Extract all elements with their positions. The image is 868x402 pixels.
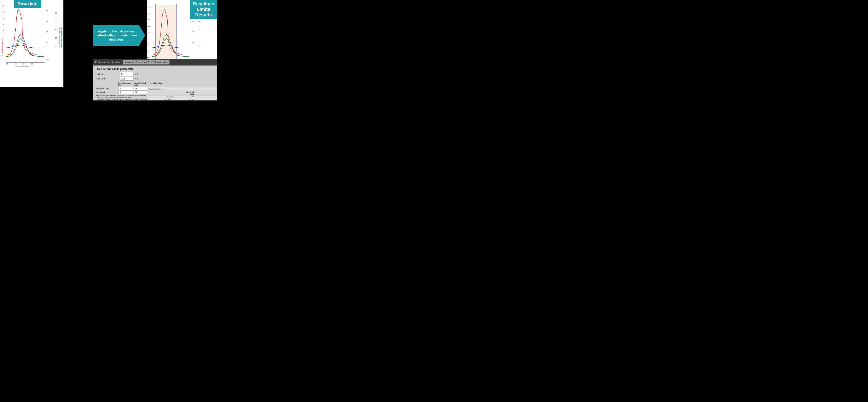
- peak-start-unit: mL: [135, 73, 140, 75]
- svg-text:60: 60: [55, 21, 57, 22]
- svg-text:240: 240: [46, 21, 48, 22]
- result-label: RV (mL): [148, 96, 175, 98]
- svg-text:20: 20: [23, 63, 25, 65]
- peak-end-label: Peak End:: [96, 78, 119, 80]
- svg-text:30: 30: [148, 19, 150, 21]
- baseline-start-input[interactable]: [119, 87, 133, 90]
- results-rows-container: RV (mL) 17.9 Mn (g/mol) 27,573 Mw (g/mol…: [148, 95, 217, 100]
- raw-data-badge: Raw data: [14, 0, 41, 8]
- peak-detection-value: Automatic Detection - Fixed BL and Limit…: [123, 60, 169, 64]
- svg-text:245: 245: [46, 10, 48, 12]
- svg-text:40: 40: [55, 29, 57, 30]
- peak-end-input[interactable]: [120, 77, 134, 81]
- svg-text:30: 30: [2, 18, 4, 19]
- row-label: Refractive Index: [96, 87, 118, 89]
- table-header: Baseline Start(mL) Baseline End(mL) Base…: [96, 82, 217, 86]
- left-chart: 50 40 30 20 10 0 -10 -20 -30 Refractive …: [0, 0, 63, 87]
- svg-text:Refractive Index (mV): Refractive Index (mV): [2, 39, 3, 53]
- svg-text:-225: -225: [46, 59, 49, 61]
- svg-text:80: 80: [55, 12, 57, 14]
- svg-text:50: 50: [148, 7, 150, 8]
- svg-text:130: 130: [192, 41, 194, 43]
- result-label: Mn (g/mol): [148, 98, 175, 100]
- baseline-end-input[interactable]: [134, 90, 148, 94]
- svg-text:20: 20: [148, 25, 150, 27]
- svg-text:24: 24: [31, 63, 33, 65]
- params-title: Fixed BL and Limits parameters: [96, 68, 217, 70]
- peak-detection-label: Peak detection algorithm: [95, 61, 120, 63]
- peak-end-unit: mL: [135, 78, 140, 80]
- col-baseline-style: Baseline Style: [150, 82, 170, 86]
- svg-text:20: 20: [199, 29, 201, 30]
- svg-text:0: 0: [55, 45, 56, 47]
- svg-text:40: 40: [2, 11, 4, 13]
- svg-text:-20: -20: [147, 50, 149, 52]
- svg-text:[1]: [1]: [175, 3, 177, 5]
- svg-text:Retention volume (mL): Retention volume (mL): [16, 66, 30, 67]
- svg-text:[1]: [1]: [154, 3, 156, 5]
- svg-text:Low angle light scattering (mV: Low angle light scattering (mV): [61, 27, 63, 48]
- col-baseline-start: Baseline Start(mL): [118, 82, 133, 86]
- arrow-overlay: Applying the calculation method with aut…: [93, 25, 145, 46]
- result-value: 17.9: [175, 96, 195, 98]
- peak-start-label: Peak Start:: [96, 73, 119, 75]
- svg-text:0: 0: [199, 45, 200, 47]
- svg-text:235: 235: [46, 31, 48, 32]
- row-label: Ultra Violet: [96, 91, 118, 93]
- svg-text:10: 10: [2, 30, 4, 31]
- results-panel: Results (Columns) Injection 1Peak 1 RV (…: [148, 87, 217, 100]
- col-baseline-end: Baseline End(mL): [134, 82, 149, 86]
- svg-text:50: 50: [2, 5, 4, 6]
- results-header: Injection 1Peak 1: [148, 91, 217, 95]
- result-row: RV (mL) 17.9: [148, 95, 217, 98]
- peak-start-input[interactable]: [120, 72, 134, 76]
- result-row: Mn (g/mol) 27,573: [148, 98, 217, 100]
- baseline-end-input[interactable]: [134, 87, 148, 90]
- svg-text:10: 10: [148, 32, 150, 33]
- svg-text:140: 140: [192, 21, 194, 22]
- svg-text:-10: -10: [147, 44, 149, 45]
- svg-text:20: 20: [2, 24, 4, 25]
- baseline-start-input[interactable]: [119, 90, 133, 94]
- svg-text:-30: -30: [147, 57, 149, 58]
- peak-end-row: Peak End: mL: [96, 77, 217, 81]
- svg-text:0: 0: [148, 38, 149, 39]
- svg-text:20: 20: [55, 37, 57, 39]
- svg-text:40: 40: [148, 13, 150, 14]
- svg-text:0: 0: [2, 36, 3, 38]
- svg-text:16: 16: [14, 63, 16, 65]
- svg-text:-30: -30: [1, 55, 3, 56]
- baselines-badge: Baselines Limits Results: [190, 0, 217, 19]
- result-value: 27,573: [175, 98, 195, 100]
- peak-start-row: Peak Start: mL: [96, 72, 217, 76]
- results-title: Results (Columns): [148, 87, 217, 91]
- svg-text:235: 235: [192, 31, 194, 32]
- svg-text:Right angle light scattering (: Right angle light scattering (mV): [59, 27, 61, 48]
- form-section: Peak Start: mL Peak End: mL: [96, 72, 217, 81]
- svg-text:40: 40: [199, 21, 201, 22]
- peak-detection-bar: Peak detection algorithm Automatic Detec…: [93, 59, 217, 65]
- svg-text:230: 230: [46, 41, 48, 43]
- svg-text:12: 12: [6, 63, 8, 65]
